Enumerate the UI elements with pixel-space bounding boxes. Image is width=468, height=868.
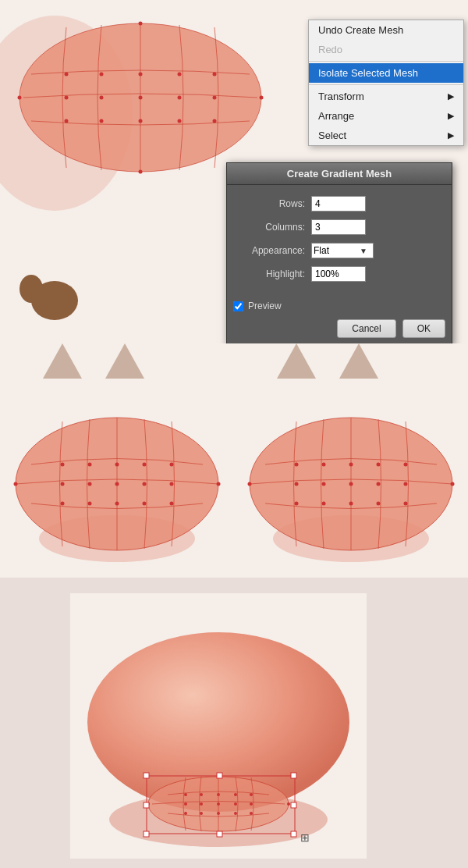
rows-input[interactable] [311, 196, 366, 212]
svg-point-64 [404, 502, 408, 506]
svg-point-45 [14, 482, 18, 486]
columns-label: Columns: [235, 222, 305, 233]
highlight-input[interactable] [311, 266, 366, 282]
svg-point-3 [100, 73, 104, 76]
arrange-label: Arrange [318, 110, 354, 122]
appearance-select[interactable]: Flat To Center [311, 243, 374, 258]
preview-checkbox[interactable] [233, 301, 243, 311]
isolate-menu-item[interactable]: Isolate Selected Mesh [309, 63, 463, 83]
bottom-section: ⊞ [0, 578, 468, 868]
svg-point-43 [143, 502, 147, 506]
svg-point-55 [295, 482, 299, 486]
svg-point-19 [139, 22, 143, 26]
svg-rect-95 [217, 831, 222, 837]
main-ellipse-container [16, 16, 265, 180]
svg-point-46 [217, 482, 221, 486]
create-gradient-mesh-dialog: Create Gradient Mesh Rows: Columns: Appe… [226, 162, 452, 343]
cat-ears-svg [0, 343, 468, 382]
dialog-buttons: Cancel OK [227, 315, 452, 343]
right-mesh-svg [238, 375, 464, 578]
svg-marker-26 [339, 343, 378, 379]
svg-point-5 [178, 73, 182, 76]
svg-point-63 [377, 502, 381, 506]
svg-point-84 [234, 812, 237, 815]
svg-point-60 [295, 502, 299, 506]
top-section: Undo Create Mesh Redo Isolate Selected M… [0, 0, 468, 343]
brown-paw [16, 258, 78, 320]
svg-point-78 [217, 802, 220, 806]
svg-rect-94 [144, 831, 149, 837]
svg-point-7 [65, 96, 69, 100]
cancel-button[interactable]: Cancel [337, 319, 395, 338]
svg-point-66 [451, 482, 455, 486]
svg-point-35 [61, 482, 65, 486]
left-mesh-svg [4, 375, 230, 578]
svg-point-41 [88, 502, 92, 506]
svg-point-71 [184, 793, 187, 796]
svg-point-17 [18, 96, 22, 100]
svg-point-80 [250, 802, 253, 806]
appearance-label: Appearance: [235, 245, 305, 256]
appearance-row: Appearance: Flat To Center ▼ [235, 243, 444, 258]
svg-point-12 [65, 119, 69, 123]
bottom-canvas: ⊞ [70, 593, 367, 859]
svg-point-30 [61, 463, 65, 467]
rows-row: Rows: [235, 196, 444, 212]
svg-point-10 [178, 96, 182, 100]
svg-point-58 [377, 482, 381, 486]
transform-menu-item[interactable]: Transform ▶ [309, 87, 463, 106]
svg-point-18 [260, 96, 264, 100]
svg-point-72 [200, 793, 203, 796]
svg-point-51 [322, 463, 326, 467]
dialog-title: Create Gradient Mesh [227, 163, 452, 185]
svg-rect-90 [217, 773, 222, 778]
svg-point-32 [115, 463, 119, 467]
svg-point-36 [88, 482, 92, 486]
svg-point-65 [248, 482, 252, 486]
svg-point-77 [200, 802, 203, 806]
svg-point-16 [213, 119, 217, 123]
svg-point-14 [139, 119, 143, 123]
preview-checkbox-row: Preview [227, 297, 452, 315]
svg-point-61 [322, 502, 326, 506]
dialog-body: Rows: Columns: Appearance: Flat To Cente… [227, 185, 452, 297]
select-menu-item[interactable]: Select ▶ [309, 126, 463, 145]
arrange-menu-item[interactable]: Arrange ▶ [309, 106, 463, 126]
highlight-row: Highlight: [235, 266, 444, 282]
redo-menu-item[interactable]: Redo [309, 40, 463, 59]
svg-point-11 [213, 96, 217, 100]
svg-rect-91 [291, 773, 296, 778]
svg-point-22 [20, 275, 43, 303]
svg-point-39 [170, 482, 174, 486]
menu-separator-1 [309, 61, 463, 62]
svg-point-20 [139, 170, 143, 174]
svg-point-81 [184, 812, 187, 815]
svg-point-54 [404, 463, 408, 467]
svg-rect-89 [144, 773, 149, 778]
svg-point-53 [377, 463, 381, 467]
svg-marker-24 [105, 343, 144, 379]
svg-point-57 [349, 482, 353, 486]
svg-point-15 [178, 119, 182, 123]
svg-point-38 [143, 482, 147, 486]
svg-point-6 [213, 73, 217, 76]
select-label: Select [318, 130, 346, 141]
svg-point-59 [404, 482, 408, 486]
columns-input[interactable] [311, 219, 366, 235]
select-arrow-icon: ▶ [448, 130, 454, 141]
svg-point-13 [100, 119, 104, 123]
svg-point-4 [139, 73, 143, 76]
svg-point-44 [170, 502, 174, 506]
undo-menu-item[interactable]: Undo Create Mesh [309, 20, 463, 40]
transform-label: Transform [318, 91, 364, 102]
svg-point-50 [295, 463, 299, 467]
svg-point-34 [170, 463, 174, 467]
undo-label: Undo Create Mesh [318, 24, 403, 36]
svg-point-42 [115, 502, 119, 506]
svg-point-31 [88, 463, 92, 467]
ok-button[interactable]: OK [402, 319, 445, 338]
svg-point-73 [217, 793, 220, 796]
menu-separator-2 [309, 84, 463, 85]
svg-point-52 [349, 463, 353, 467]
svg-point-40 [61, 502, 65, 506]
